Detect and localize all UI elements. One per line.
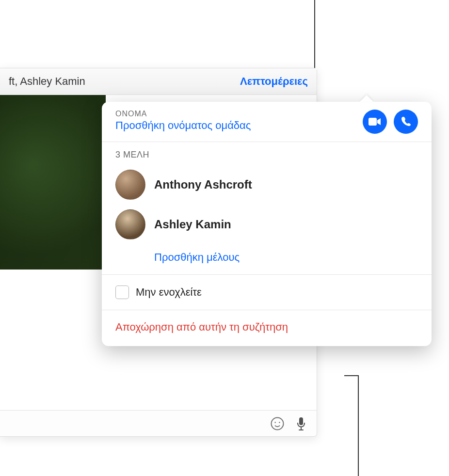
dnd-label: Μην ενοχλείτε (136, 286, 202, 299)
svg-rect-6 (369, 118, 377, 126)
conversation-header: ft, Ashley Kamin Λεπτομέρειες (0, 68, 317, 95)
svg-point-0 (272, 417, 284, 429)
members-count-label: 3 ΜΕΛΗ (115, 150, 418, 160)
members-section: 3 ΜΕΛΗ Anthony Ashcroft Ashley Kamin Προ… (102, 142, 432, 275)
leave-conversation-button[interactable]: Αποχώρηση από αυτήν τη συζήτηση (115, 321, 288, 333)
group-name-section: ΟΝΟΜΑ Προσθήκη ονόματος ομάδας (102, 102, 432, 142)
details-button[interactable]: Λεπτομέρειες (240, 75, 308, 88)
svg-rect-4 (301, 427, 302, 429)
member-name: Ashley Kamin (154, 218, 231, 231)
shared-photo-thumbnail[interactable] (0, 95, 107, 270)
callout-line (358, 375, 359, 476)
message-input-bar (0, 410, 317, 436)
dnd-checkbox[interactable] (115, 286, 129, 299)
svg-point-2 (279, 422, 280, 423)
microphone-icon[interactable] (295, 416, 307, 431)
emoji-picker-icon[interactable] (270, 416, 285, 431)
audio-call-button[interactable] (394, 110, 418, 134)
call-buttons (363, 110, 418, 134)
details-popover: ΟΝΟΜΑ Προσθήκη ονόματος ομάδας 3 ΜΕΛΗ An… (102, 102, 432, 346)
callout-line (344, 375, 359, 376)
add-member-button[interactable]: Προσθήκη μέλους (115, 244, 240, 267)
do-not-disturb-row: Μην ενοχλείτε (102, 275, 432, 310)
avatar (115, 170, 145, 200)
leave-conversation-row: Αποχώρηση από αυτήν τη συζήτηση (102, 310, 432, 346)
svg-rect-5 (299, 429, 304, 430)
member-row[interactable]: Ashley Kamin (115, 205, 418, 244)
add-group-name-button[interactable]: Προσθήκη ονόματος ομάδας (115, 119, 251, 132)
member-name: Anthony Ashcroft (154, 178, 252, 191)
conversation-title: ft, Ashley Kamin (9, 75, 85, 88)
svg-rect-3 (299, 417, 303, 425)
svg-point-1 (274, 422, 276, 423)
member-row[interactable]: Anthony Ashcroft (115, 165, 418, 205)
name-section-label: ΟΝΟΜΑ (115, 110, 251, 118)
avatar (115, 209, 145, 239)
video-call-button[interactable] (363, 110, 387, 134)
